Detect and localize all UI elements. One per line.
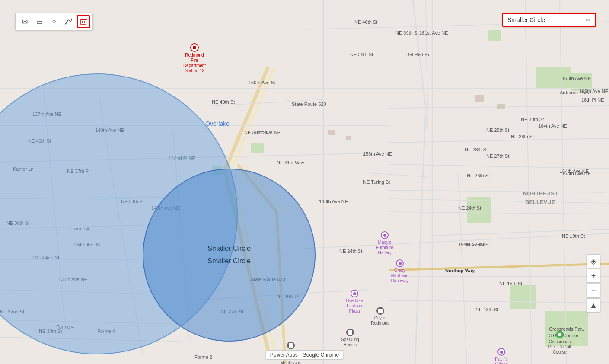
north-button[interactable]: ▲	[587, 298, 600, 312]
small-circle-label1: Smaller Circle	[207, 243, 251, 255]
circle-tool-button[interactable]: ○	[48, 15, 61, 28]
zoom-out-button[interactable]: −	[587, 284, 600, 297]
svg-rect-47	[497, 104, 505, 109]
edit-icon[interactable]: ✏	[586, 16, 591, 23]
svg-point-48	[65, 23, 67, 25]
poi-city-redmond: City of Redmond	[367, 307, 393, 326]
compass-button[interactable]: ◈	[587, 254, 600, 268]
poi-crazy-redhead: Crazy Redhead Raceway	[387, 259, 413, 284]
email-tool-button[interactable]: ✉	[18, 15, 31, 28]
small-circle-label2: Smaller Circle	[207, 255, 251, 268]
rect-tool-button[interactable]: ▭	[33, 15, 46, 28]
svg-rect-1	[536, 67, 571, 89]
svg-rect-46	[475, 95, 484, 102]
poi-crossroads: Crossroads Par... 3 Golf Course	[547, 331, 573, 355]
svg-rect-44	[328, 130, 335, 135]
svg-rect-45	[346, 136, 351, 140]
powerapp-label: Power Apps - Google Chrome	[265, 350, 344, 360]
shape-name-input[interactable]	[507, 16, 583, 23]
svg-point-49	[71, 19, 73, 20]
poi-sparkling-homes: Sparkling Homes	[337, 329, 363, 348]
map-controls: ◈ + − ▲	[587, 254, 600, 312]
shape-name-box[interactable]: ✏	[502, 13, 596, 27]
delete-tool-button[interactable]	[77, 15, 90, 28]
svg-rect-50	[81, 20, 86, 25]
svg-rect-3	[488, 30, 501, 41]
map-container: Smaller Circle Smaller Circle OverlakeNO…	[0, 0, 609, 364]
zoom-in-button[interactable]: +	[587, 269, 600, 283]
poi-macys: Macy's Furniture Gallery	[372, 231, 398, 255]
toolbar: ✉ ▭ ○	[15, 13, 93, 30]
svg-rect-7	[510, 285, 536, 309]
poi-fire-station: Redmond Fire Department Station 12	[182, 43, 207, 73]
route-tool-button[interactable]	[62, 15, 75, 28]
poi-pacific-village: Pacific Village	[488, 348, 514, 364]
svg-rect-4	[251, 143, 264, 153]
small-circle[interactable]: Smaller Circle Smaller Circle	[143, 169, 316, 342]
poi-overlake-fashion: Overlake Fashion Plaza	[341, 290, 367, 314]
